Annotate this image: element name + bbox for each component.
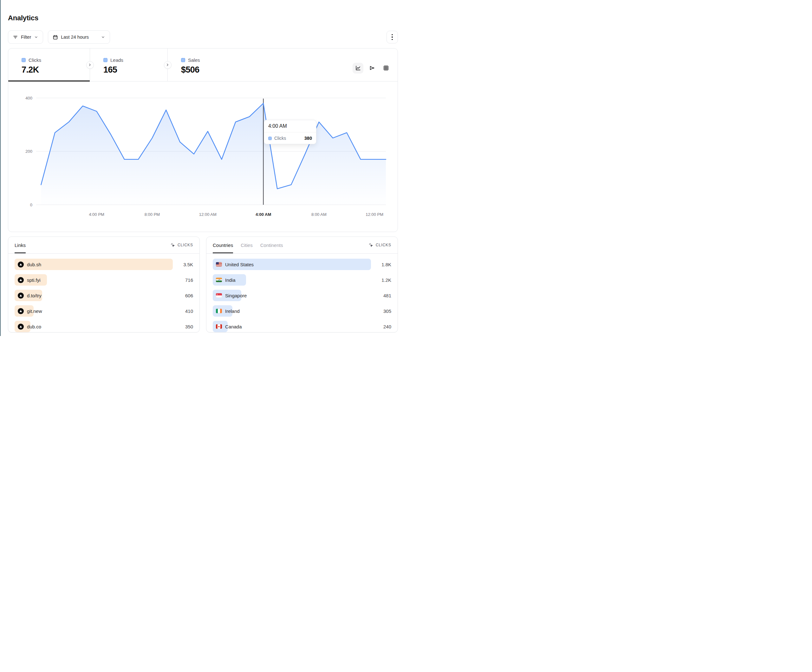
link-row[interactable]: d.to/try606 (15, 290, 193, 301)
row-label: dub.co (27, 324, 41, 329)
sales-tab-label: Sales (188, 57, 200, 63)
sales-value: $506 (181, 65, 200, 75)
tooltip-series-label: Clicks (274, 136, 302, 141)
country-row[interactable]: Canada240 (213, 321, 391, 332)
x-axis-tick: 4:00 AM (256, 212, 271, 217)
row-label: git.new (27, 309, 42, 314)
leads-legend-swatch (103, 58, 107, 62)
row-value: 3.5K (183, 262, 193, 267)
x-axis-tick: 12:00 PM (365, 212, 383, 217)
leads-value: 165 (103, 65, 167, 75)
clicks-legend-swatch (22, 58, 26, 62)
links-metric[interactable]: CLICKS (171, 243, 193, 247)
tooltip-time: 4:00 AM (264, 120, 316, 133)
tab-clicks[interactable]: Clicks 7.2K (8, 48, 90, 81)
chevron-down-icon (101, 35, 105, 39)
cursor-click-icon (369, 243, 374, 247)
row-label: Canada (225, 324, 242, 329)
funnel-icon (369, 65, 375, 71)
line-chart-view-button[interactable] (353, 63, 363, 73)
tooltip-value: 380 (304, 136, 312, 141)
chevron-down-icon (34, 35, 38, 39)
area-fill (41, 103, 386, 205)
y-axis-tick: 200 (26, 149, 32, 154)
filter-bars-icon (13, 34, 18, 40)
us-flag-icon (216, 262, 222, 266)
funnel-view-button[interactable] (367, 63, 377, 73)
row-value: 1.2K (381, 277, 391, 283)
table-view-button[interactable] (380, 63, 391, 73)
y-axis-tick: 0 (30, 203, 32, 207)
geo-panel: CountriesCitiesContinents CLICKS United … (206, 237, 398, 333)
row-label: d.to/try (27, 293, 41, 298)
grid-table-icon (383, 65, 389, 71)
left-accent-edge (0, 0, 1, 336)
clicks-tab-label: Clicks (29, 57, 41, 63)
row-value: 481 (383, 293, 391, 298)
x-axis-tick: 12:00 AM (199, 212, 217, 217)
y-axis-tick: 400 (26, 96, 32, 101)
breakdown-panels: Links CLICKS dub.sh3.5Kspti.fyi716d.to/t… (8, 237, 398, 333)
ca-flag-icon (216, 324, 222, 329)
clicks-chart[interactable]: 02004004:00 PM8:00 PM12:00 AM4:00 AM8:00… (8, 82, 397, 232)
filter-button[interactable]: Filter (8, 31, 43, 44)
dub-logo-icon (18, 308, 24, 314)
tab-cities[interactable]: Cities (241, 237, 253, 253)
tab-countries[interactable]: Countries (213, 237, 233, 253)
row-value: 606 (185, 293, 193, 298)
country-row[interactable]: Singapore481 (213, 290, 391, 301)
sg-flag-icon (216, 293, 222, 298)
cursor-click-icon (171, 243, 175, 247)
row-value: 716 (185, 277, 193, 283)
ie-flag-icon (216, 309, 222, 313)
date-range-label: Last 24 hours (61, 34, 98, 39)
tooltip-legend-swatch (268, 136, 272, 140)
row-label: India (225, 277, 235, 283)
links-panel: Links CLICKS dub.sh3.5Kspti.fyi716d.to/t… (8, 237, 200, 333)
chart-view-switcher (353, 63, 391, 73)
leads-tab-label: Leads (110, 57, 123, 63)
row-label: Ireland (225, 309, 240, 314)
tab-sales[interactable]: Sales $506 (168, 48, 397, 81)
dub-logo-icon (18, 277, 24, 283)
clicks-area-chart[interactable]: 02004004:00 PM8:00 PM12:00 AM4:00 AM8:00… (8, 82, 397, 232)
country-row[interactable]: United States1.8K (213, 259, 391, 270)
links-metric-label: CLICKS (177, 243, 193, 247)
calendar-icon (53, 34, 58, 40)
row-label: United States (225, 262, 254, 267)
page-title: Analytics (8, 14, 398, 22)
tab-continents[interactable]: Continents (260, 237, 283, 253)
toolbar: Filter Last 24 hours (8, 31, 398, 44)
date-range-button[interactable]: Last 24 hours (48, 31, 110, 44)
row-label: dub.sh (27, 262, 41, 267)
x-axis-tick: 8:00 AM (311, 212, 327, 217)
country-row[interactable]: Ireland305 (213, 305, 391, 317)
filter-button-label: Filter (21, 34, 31, 39)
geo-metric-label: CLICKS (376, 243, 391, 247)
line-chart-icon (355, 65, 361, 71)
row-value: 1.8K (381, 262, 391, 267)
row-label: spti.fyi (27, 277, 41, 283)
geo-list: United States1.8KIndia1.2KSingapore481Ir… (206, 254, 397, 332)
more-options-button[interactable] (387, 31, 398, 43)
stats-tabs: Clicks 7.2K Leads 165 (8, 48, 397, 82)
link-row[interactable]: git.new410 (15, 305, 193, 317)
analytics-card: Clicks 7.2K Leads 165 (8, 48, 398, 232)
x-axis-tick: 8:00 PM (145, 212, 160, 217)
link-row[interactable]: dub.sh3.5K (15, 259, 193, 270)
country-row[interactable]: India1.2K (213, 274, 391, 286)
kebab-menu-icon (392, 34, 393, 40)
tab-leads[interactable]: Leads 165 (90, 48, 167, 81)
analytics-page: Analytics Filter Last 24 hours (0, 0, 406, 336)
dub-logo-icon (18, 324, 24, 330)
link-row[interactable]: dub.co350 (15, 321, 193, 332)
geo-metric[interactable]: CLICKS (369, 243, 391, 247)
dub-logo-icon (18, 261, 24, 268)
row-value: 350 (185, 324, 193, 329)
tab-links[interactable]: Links (15, 237, 26, 253)
chart-tooltip: 4:00 AM Clicks 380 (264, 120, 316, 144)
clicks-value: 7.2K (22, 65, 90, 75)
dub-logo-icon (18, 293, 24, 298)
x-axis-tick: 4:00 PM (89, 212, 104, 217)
link-row[interactable]: spti.fyi716 (15, 274, 193, 286)
